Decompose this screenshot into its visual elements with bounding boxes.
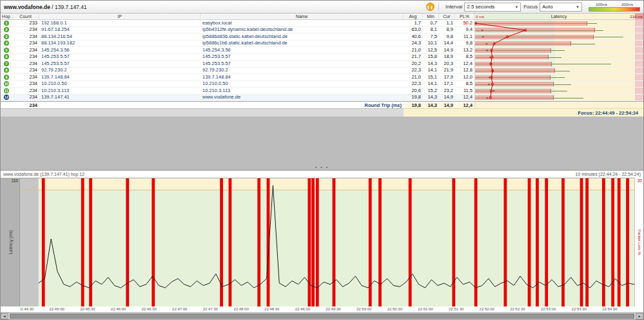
table-row[interactable]: 1023410.210.0.5010.210.0.5022,314,117,18…	[1, 81, 643, 88]
time-axis-label: 22:49:00	[295, 307, 310, 311]
table-row[interactable]: 12234139.7.147.41www.vodafone.de19,814,3…	[1, 95, 643, 102]
avg-cell: 24,3	[404, 40, 423, 46]
hop-number-badge: 5	[1, 48, 12, 53]
summary-count-cell: 234	[12, 102, 39, 108]
timeline-chart	[20, 178, 634, 306]
packet-loss-cell: 9,8	[455, 40, 474, 46]
timeline-panel: www.vodafone.de (139.7.147.41) hop 12 10…	[1, 170, 643, 319]
hop-number-badge: 11	[1, 88, 12, 93]
packet-loss-axis: 30 Packet Loss %	[634, 178, 643, 306]
latency-range-bar	[475, 35, 594, 39]
table-row[interactable]: 823492.79.230.292.79.230.222,314,121,912…	[1, 68, 643, 75]
latency-range-bar	[475, 62, 552, 66]
name-cell: easybox.local	[200, 20, 404, 26]
latency-axis-label: Latency (ms)	[8, 230, 12, 254]
count-cell: 234	[12, 53, 39, 60]
trace-rows: 1233192.168.0.1easybox.local1,70,71,150.…	[1, 20, 643, 101]
latency-graph-cell: ×	[474, 81, 643, 88]
toolbar-divider	[438, 3, 439, 12]
table-row[interactable]: 223491.67.18.254ip5b4312fe.dynamic.kabel…	[1, 27, 643, 34]
time-axis-label: 22:47:30	[203, 307, 218, 311]
table-row[interactable]: 6234145.253.5.57145.253.5.5721,715,818,9…	[1, 54, 643, 61]
time-axis: 22:44:3022:45:0022:45:3022:46:0022:46:30…	[20, 306, 634, 312]
pingplotter-window: www.vodafone.de / 139.7.147.41 ❚❚ Interv…	[0, 0, 644, 320]
focus-label: Focus	[523, 4, 538, 10]
panel-gap: • • •	[1, 117, 643, 170]
latency-header-title: Latency	[551, 14, 567, 19]
latency-axis: 110 Latency (ms)	[1, 178, 20, 306]
col-header-ip[interactable]: IP	[39, 14, 200, 19]
table-row[interactable]: 1123410.210.3.11310.210.3.11320,615,223,…	[1, 88, 643, 95]
timeline-header: www.vodafone.de (139.7.147.41) hop 12 10…	[1, 171, 643, 178]
col-header-min[interactable]: Min	[423, 14, 439, 19]
cur-cell: 23,2	[439, 88, 455, 94]
avg-cell: 20,2	[404, 61, 423, 67]
count-cell: 234	[12, 74, 39, 80]
min-cell: 8,1	[423, 26, 439, 33]
min-cell: 10,1	[423, 40, 439, 46]
min-cell: 14,1	[423, 67, 439, 73]
focus-value: Auto	[542, 4, 552, 10]
col-header-avg[interactable]: Avg	[404, 14, 423, 19]
latency-graph-cell: ×	[474, 74, 643, 80]
round-trip-summary-row: 234 Round Trip (ms) 19,8 14,3 14,9 12,4	[1, 101, 643, 108]
cur-cell: 14,9	[439, 47, 455, 53]
time-axis-label: 22:50:00	[356, 307, 371, 311]
col-header-pl[interactable]: PL%	[455, 14, 474, 19]
latency-graph-cell: ×	[474, 20, 643, 26]
focus-select[interactable]: Auto ▼	[540, 3, 582, 12]
pause-button[interactable]: ❚❚	[426, 3, 434, 11]
latency-graph-cell: ×	[474, 27, 643, 33]
current-latency-marker: ×	[486, 47, 489, 53]
pause-icon: ❚❚	[427, 5, 433, 9]
latency-range-bar	[475, 82, 554, 86]
scrollbar-track[interactable]	[8, 313, 636, 319]
latency-range-bar	[475, 55, 549, 59]
timeline-scrollbar: ◄ ►	[1, 312, 643, 319]
col-header-count[interactable]: Count	[12, 14, 39, 19]
latency-graph-cell: ×	[474, 41, 643, 47]
time-axis-label: 22:53:00	[541, 307, 556, 311]
summary-avg-cell: 19,8	[404, 102, 423, 108]
interval-select[interactable]: 2.5 seconds ▼	[464, 3, 521, 12]
col-header-name[interactable]: Name	[200, 14, 404, 19]
scrollbar-thumb[interactable]	[10, 314, 634, 319]
ip-cell: 139.7.147.41	[39, 94, 200, 100]
col-header-hop[interactable]: Hop	[1, 14, 12, 19]
legend-100ms-label: 100ms	[596, 3, 607, 7]
col-header-cur[interactable]: Cur	[439, 14, 455, 19]
timeline-plot[interactable]	[20, 178, 634, 306]
name-cell: 139.7.148.84	[200, 74, 404, 80]
name-cell: 10.210.0.50	[200, 80, 404, 87]
interval-value: 2.5 seconds	[467, 4, 494, 10]
latency-range-bar	[475, 41, 571, 46]
table-row[interactable]: 7234145.253.5.57145.253.5.5720,214,320,3…	[1, 61, 643, 68]
table-row[interactable]: 323488.134.216.54ip5886d836.static.kabel…	[1, 33, 643, 41]
time-axis-label: 22:54:00	[602, 307, 617, 311]
cur-cell: 1,1	[439, 20, 455, 26]
name-cell: 92.79.230.2	[200, 67, 404, 73]
table-row[interactable]: 9234139.7.148.84139.7.148.8421,015,117,9…	[1, 74, 643, 81]
summary-pl-cell: 12,4	[455, 102, 474, 108]
cur-cell: 8,9	[439, 26, 455, 33]
table-row[interactable]: 5234145.254.3.56145.254.3.5621,012,514,9…	[1, 47, 643, 54]
splitter-handle[interactable]: • • •	[315, 165, 329, 169]
scroll-right-button[interactable]: ►	[636, 313, 643, 319]
table-row[interactable]: 1233192.168.0.1easybox.local1,70,71,150.…	[1, 20, 643, 27]
trace-table-header: Hop Count IP Name Avg Min Cur PL% 0 ms L…	[1, 14, 643, 20]
current-latency-marker: ×	[486, 95, 489, 101]
avg-cell: 1,7	[404, 20, 423, 26]
latency-range-bar	[475, 75, 551, 80]
latency-range-bar	[475, 89, 551, 93]
avg-cell: 63,0	[404, 26, 423, 33]
current-latency-marker: ×	[491, 68, 494, 74]
table-row[interactable]: 423488.134.193.182ip5886c1b6.static.kabe…	[1, 41, 643, 48]
summary-min-cell: 14,3	[423, 102, 439, 108]
col-header-latency[interactable]: 0 ms Latency 210 ms	[474, 14, 643, 19]
time-axis-label: 22:51:00	[418, 307, 433, 311]
scroll-left-button[interactable]: ◄	[1, 313, 8, 319]
time-axis-label: 22:48:30	[264, 307, 279, 311]
target-host: www.vodafone.de	[4, 4, 50, 10]
ip-cell: 10.210.0.50	[39, 80, 200, 87]
name-cell: ip5886c1b6.static.kabel-deutschland.de	[200, 40, 404, 46]
